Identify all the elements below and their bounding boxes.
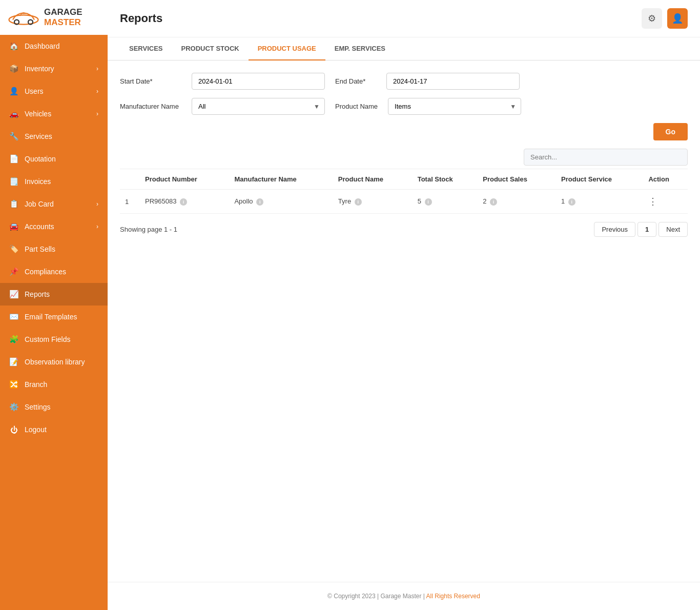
sidebar-label-inventory: Inventory bbox=[25, 65, 54, 73]
sidebar-item-observation-library[interactable]: 📝 Observation library bbox=[0, 351, 108, 373]
previous-button[interactable]: Previous bbox=[594, 222, 635, 237]
main-content: Reports ⚙ 👤 SERVICESPRODUCT STOCKPRODUCT… bbox=[108, 0, 700, 610]
sidebar-icon-email-templates: ✉️ bbox=[9, 312, 18, 321]
sidebar-label-invoices: Invoices bbox=[25, 177, 51, 186]
product-select-wrap: Items ▼ bbox=[388, 98, 521, 115]
action-menu-button[interactable]: ⋮ bbox=[648, 196, 658, 207]
cell-manufacturer-name: Apollo i bbox=[229, 190, 333, 214]
sidebar-item-services[interactable]: 🔧 Services bbox=[0, 125, 108, 148]
sidebar-item-invoices[interactable]: 🗒️ Invoices bbox=[0, 170, 108, 193]
product-select[interactable]: Items bbox=[388, 98, 521, 115]
sidebar-item-dashboard[interactable]: 🏠 Dashboard bbox=[0, 35, 108, 57]
sidebar-item-left-quotation: 📄 Quotation bbox=[9, 154, 56, 164]
sidebar-item-left-observation-library: 📝 Observation library bbox=[9, 357, 85, 367]
footer: © Copyright 2023 | Garage Master | All R… bbox=[108, 582, 700, 610]
manufacturer-select-wrap: All ▼ bbox=[192, 98, 325, 115]
footer-link[interactable]: All Rights Reserved bbox=[426, 593, 480, 600]
manufacturer-label: Manufacturer Name bbox=[120, 103, 181, 110]
sidebar-item-settings[interactable]: ⚙️ Settings bbox=[0, 396, 108, 418]
end-date-input[interactable] bbox=[386, 73, 520, 90]
sidebar-icon-reports: 📈 bbox=[9, 290, 18, 299]
search-input[interactable] bbox=[524, 149, 688, 166]
filter-row-1: Start Date* End Date* bbox=[120, 73, 688, 90]
col-manufacturer-name: Manufacturer Name bbox=[229, 169, 333, 190]
sidebar-item-left-email-templates: ✉️ Email Templates bbox=[9, 312, 77, 321]
sidebar-icon-services: 🔧 bbox=[9, 132, 18, 141]
chevron-right-icon-inventory: › bbox=[96, 65, 98, 72]
sidebar-icon-vehicles: 🚗 bbox=[9, 109, 18, 118]
sidebar-item-left-users: 👤 Users bbox=[9, 87, 44, 96]
chevron-right-icon-job-card: › bbox=[96, 200, 98, 208]
product-sales-info-icon[interactable]: i bbox=[490, 198, 497, 206]
tabs-container: SERVICESPRODUCT STOCKPRODUCT USAGEEMP. S… bbox=[108, 37, 700, 60]
sidebar-label-services: Services bbox=[25, 132, 52, 140]
sidebar-item-left-vehicles: 🚗 Vehicles bbox=[9, 109, 51, 118]
tab-services[interactable]: SERVICES bbox=[120, 37, 172, 60]
sidebar-icon-settings: ⚙️ bbox=[9, 402, 18, 412]
product-number-info-icon[interactable]: i bbox=[180, 198, 187, 206]
start-date-label: Start Date* bbox=[120, 77, 181, 85]
cell-num: 1 bbox=[120, 190, 140, 214]
tab-product-stock[interactable]: PRODUCT STOCK bbox=[172, 37, 249, 60]
filter-row-2: Manufacturer Name All ▼ Product Name Ite… bbox=[120, 98, 688, 115]
manufacturer-info-icon[interactable]: i bbox=[256, 198, 263, 206]
next-button[interactable]: Next bbox=[658, 222, 688, 237]
total-stock-info-icon[interactable]: i bbox=[425, 198, 432, 206]
col-total-stock: Total Stock bbox=[413, 169, 478, 190]
sidebar-label-email-templates: Email Templates bbox=[25, 313, 77, 321]
sidebar-item-users[interactable]: 👤 Users › bbox=[0, 80, 108, 103]
sidebar-label-branch: Branch bbox=[25, 380, 47, 389]
sidebar-label-custom-fields: Custom Fields bbox=[25, 335, 70, 343]
tab-emp-services[interactable]: EMP. SERVICES bbox=[325, 37, 395, 60]
table-row: 1 PR965083 i Apollo i Tyre i 5 i 2 i 1 i… bbox=[120, 190, 688, 214]
cell-action: ⋮ bbox=[643, 190, 688, 214]
logo: GARAGE MASTER bbox=[0, 0, 108, 35]
sidebar-label-reports: Reports bbox=[25, 290, 50, 298]
logo-master-text: MASTER bbox=[44, 17, 83, 28]
cell-product-service: 1 i bbox=[556, 190, 643, 214]
logo-garage-text: GARAGE bbox=[44, 7, 83, 17]
product-name-info-icon[interactable]: i bbox=[355, 198, 362, 206]
go-button[interactable]: Go bbox=[653, 123, 688, 140]
tab-product-usage[interactable]: PRODUCT USAGE bbox=[249, 37, 325, 60]
col-product-service: Product Service bbox=[556, 169, 643, 190]
product-label: Product Name bbox=[335, 103, 378, 110]
sidebar-item-left-custom-fields: 🧩 Custom Fields bbox=[9, 335, 70, 344]
user-profile-button[interactable]: 👤 bbox=[667, 8, 688, 29]
settings-icon-button[interactable]: ⚙ bbox=[642, 8, 662, 29]
sidebar-item-left-accounts: 🚘 Accounts bbox=[9, 222, 54, 231]
chevron-right-icon-vehicles: › bbox=[96, 110, 98, 117]
sidebar-label-job-card: Job Card bbox=[25, 200, 54, 208]
sidebar-icon-custom-fields: 🧩 bbox=[9, 335, 18, 344]
sidebar-item-part-sells[interactable]: 🏷️ Part Sells bbox=[0, 238, 108, 260]
sidebar-label-vehicles: Vehicles bbox=[25, 110, 51, 118]
sidebar-item-reports[interactable]: 📈 Reports bbox=[0, 283, 108, 306]
sidebar-icon-dashboard: 🏠 bbox=[9, 42, 18, 51]
sidebar-item-left-logout: ⏻ Logout bbox=[9, 425, 47, 434]
sidebar-item-email-templates[interactable]: ✉️ Email Templates bbox=[0, 306, 108, 328]
sidebar-item-custom-fields[interactable]: 🧩 Custom Fields bbox=[0, 328, 108, 351]
col-product-name: Product Name bbox=[333, 169, 413, 190]
product-service-info-icon[interactable]: i bbox=[568, 198, 575, 206]
sidebar-item-inventory[interactable]: 📦 Inventory › bbox=[0, 57, 108, 80]
sidebar-icon-logout: ⏻ bbox=[9, 425, 18, 434]
pagination-row: Showing page 1 - 1 Previous 1 Next bbox=[120, 222, 688, 237]
sidebar-item-logout[interactable]: ⏻ Logout bbox=[0, 418, 108, 441]
search-bar-wrap bbox=[120, 149, 688, 166]
start-date-input[interactable] bbox=[192, 73, 325, 90]
sidebar-item-vehicles[interactable]: 🚗 Vehicles › bbox=[0, 103, 108, 125]
sidebar: GARAGE MASTER 🏠 Dashboard 📦 Inventory › … bbox=[0, 0, 108, 610]
page-1-button[interactable]: 1 bbox=[637, 222, 656, 237]
sidebar-item-left-branch: 🔀 Branch bbox=[9, 380, 47, 389]
sidebar-item-left-inventory: 📦 Inventory bbox=[9, 64, 54, 73]
sidebar-item-left-settings: ⚙️ Settings bbox=[9, 402, 51, 412]
manufacturer-select[interactable]: All bbox=[192, 98, 325, 115]
sidebar-item-branch[interactable]: 🔀 Branch bbox=[0, 373, 108, 396]
sidebar-item-accounts[interactable]: 🚘 Accounts › bbox=[0, 215, 108, 238]
sidebar-icon-part-sells: 🏷️ bbox=[9, 245, 18, 254]
sidebar-item-quotation[interactable]: 📄 Quotation bbox=[0, 148, 108, 170]
sidebar-item-job-card[interactable]: 📋 Job Card › bbox=[0, 193, 108, 215]
chevron-right-icon-accounts: › bbox=[96, 223, 98, 230]
sidebar-item-left-job-card: 📋 Job Card bbox=[9, 199, 54, 209]
sidebar-item-compliances[interactable]: 📌 Compliances bbox=[0, 260, 108, 283]
